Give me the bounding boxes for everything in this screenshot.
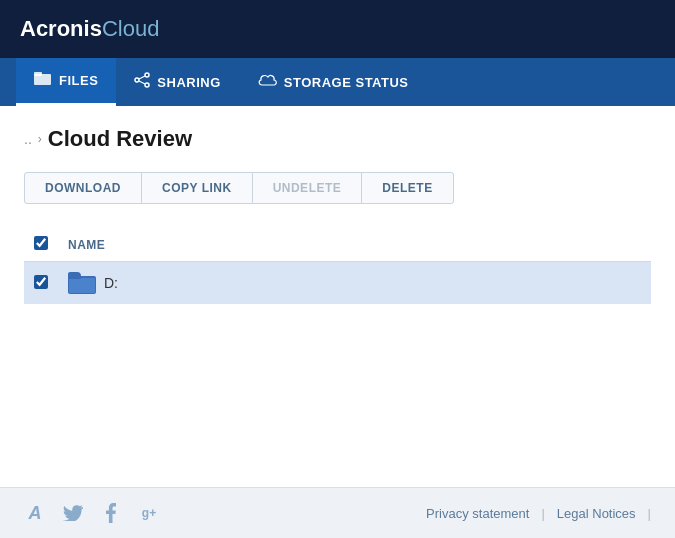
select-all-header bbox=[24, 228, 58, 262]
undelete-button[interactable]: UNDELETE bbox=[252, 172, 363, 204]
app-footer: A g+ Privacy statement | Legal Notices | bbox=[0, 487, 675, 538]
sharing-icon bbox=[134, 72, 150, 92]
nav-sharing[interactable]: SHARING bbox=[116, 58, 238, 106]
social-links: A g+ bbox=[24, 502, 160, 524]
name-column-header: NAME bbox=[58, 228, 651, 262]
svg-rect-1 bbox=[34, 72, 42, 76]
breadcrumb-current: Cloud Review bbox=[48, 126, 192, 152]
main-content: .. › Cloud Review DOWNLOAD COPY LINK UND… bbox=[0, 106, 675, 487]
nav-storage-status[interactable]: STORAGE STATUS bbox=[239, 58, 427, 106]
delete-button[interactable]: DELETE bbox=[361, 172, 453, 204]
svg-point-3 bbox=[135, 78, 139, 82]
social-a-icon[interactable]: A bbox=[24, 502, 46, 524]
navbar: FILES SHARING STORAGE STATUS bbox=[0, 58, 675, 106]
svg-point-4 bbox=[145, 83, 149, 87]
row-checkbox[interactable] bbox=[34, 275, 48, 289]
copy-link-button[interactable]: COPY LINK bbox=[141, 172, 253, 204]
row-name-label: D: bbox=[104, 275, 118, 291]
nav-sharing-label: SHARING bbox=[157, 75, 220, 90]
social-gplus-icon[interactable]: g+ bbox=[138, 502, 160, 524]
nav-files-label: FILES bbox=[59, 73, 98, 88]
social-facebook-icon[interactable] bbox=[100, 502, 122, 524]
breadcrumb-up[interactable]: .. bbox=[24, 131, 32, 147]
legal-link[interactable]: Legal Notices bbox=[557, 506, 636, 521]
file-table: NAME D: bbox=[24, 228, 651, 304]
logo-brand: Acronis bbox=[20, 16, 102, 42]
nav-files[interactable]: FILES bbox=[16, 58, 116, 106]
privacy-link[interactable]: Privacy statement bbox=[426, 506, 529, 521]
footer-links: Privacy statement | Legal Notices | bbox=[426, 506, 651, 521]
download-button[interactable]: DOWNLOAD bbox=[24, 172, 142, 204]
toolbar: DOWNLOAD COPY LINK UNDELETE DELETE bbox=[24, 172, 651, 204]
breadcrumb: .. › Cloud Review bbox=[24, 126, 651, 152]
storage-icon bbox=[257, 73, 277, 91]
row-checkbox-cell bbox=[24, 262, 58, 305]
footer-divider-2: | bbox=[648, 506, 651, 521]
row-name-cell[interactable]: D: bbox=[58, 262, 651, 305]
nav-storage-label: STORAGE STATUS bbox=[284, 75, 409, 90]
social-twitter-icon[interactable] bbox=[62, 502, 84, 524]
svg-point-2 bbox=[145, 73, 149, 77]
select-all-checkbox[interactable] bbox=[34, 236, 48, 250]
folder-icon bbox=[68, 272, 96, 294]
logo-cloud: Cloud bbox=[102, 16, 159, 42]
table-row: D: bbox=[24, 262, 651, 305]
svg-line-5 bbox=[139, 76, 145, 79]
footer-divider: | bbox=[541, 506, 544, 521]
svg-line-6 bbox=[139, 81, 145, 84]
app-header: Acronis Cloud bbox=[0, 0, 675, 58]
breadcrumb-chevron: › bbox=[38, 132, 42, 146]
files-icon bbox=[34, 71, 52, 90]
